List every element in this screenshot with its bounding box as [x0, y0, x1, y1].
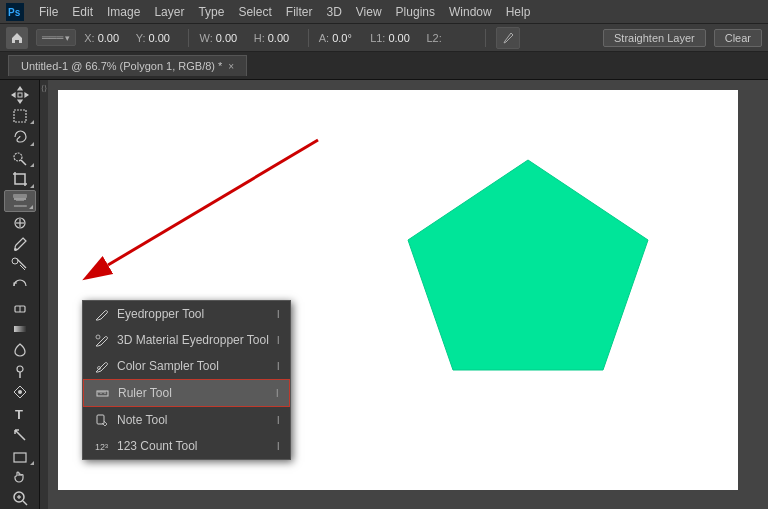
ctx-ruler-label: Ruler Tool — [118, 386, 172, 400]
clone-tool-button[interactable] — [4, 254, 36, 275]
brush-tool-button[interactable] — [4, 233, 36, 254]
svg-rect-37 — [97, 415, 104, 424]
ctx-3d-eyedropper-shortcut: I — [277, 334, 280, 346]
menu-filter[interactable]: Filter — [279, 5, 320, 19]
dodge-tool-button[interactable] — [4, 361, 36, 382]
ctx-eyedropper-label: Eyedropper Tool — [117, 307, 204, 321]
separator-2 — [308, 29, 309, 47]
svg-text:T: T — [15, 407, 23, 422]
document-tab[interactable]: Untitled-1 @ 66.7% (Polygon 1, RGB/8) * … — [8, 55, 247, 76]
eyedropper-icon — [93, 306, 109, 322]
l1-label: L1: — [370, 32, 385, 44]
ctx-3d-eyedropper-tool[interactable]: 3D Material Eyedropper Tool I — [83, 327, 290, 353]
menu-view[interactable]: View — [349, 5, 389, 19]
ctx-count-shortcut: I — [277, 440, 280, 452]
pentagon-shape — [398, 150, 658, 393]
shape-tool-button[interactable] — [4, 445, 36, 466]
quick-select-tool-button[interactable] — [4, 148, 36, 169]
a-field: A: 0.0° — [319, 32, 362, 44]
svg-point-14 — [12, 258, 18, 264]
home-button[interactable] — [6, 27, 28, 49]
menu-select[interactable]: Select — [231, 5, 278, 19]
svg-rect-8 — [16, 200, 24, 201]
history-brush-button[interactable] — [4, 276, 36, 297]
ctx-eyedropper-tool[interactable]: Eyedropper Tool I — [83, 301, 290, 327]
type-tool-button[interactable]: T — [4, 403, 36, 424]
l1-field: L1: 0.00 — [370, 32, 418, 44]
tab-close-button[interactable]: × — [228, 61, 234, 72]
zoom-tool-button[interactable] — [4, 488, 36, 509]
ctx-eyedropper-shortcut: I — [277, 308, 280, 320]
h-field: H: 0.00 — [254, 32, 298, 44]
menu-3d[interactable]: 3D — [319, 5, 348, 19]
svg-line-28 — [108, 140, 318, 265]
crop-tool-button[interactable] — [4, 169, 36, 190]
ctx-color-sampler-shortcut: I — [277, 360, 280, 372]
y-label: Y: — [136, 32, 146, 44]
svg-point-20 — [18, 390, 22, 394]
tab-bar: Untitled-1 @ 66.7% (Polygon 1, RGB/8) * … — [0, 52, 768, 80]
eraser-tool-button[interactable] — [4, 297, 36, 318]
svg-rect-6 — [13, 194, 27, 198]
heal-tool-button[interactable] — [4, 212, 36, 233]
l2-label: L2: — [426, 32, 441, 44]
clear-button[interactable]: Clear — [714, 29, 762, 47]
path-select-button[interactable] — [4, 424, 36, 445]
menu-bar: Ps File Edit Image Layer Type Select Fil… — [0, 0, 768, 24]
x-value: 0.00 — [98, 32, 128, 44]
ctx-count-label: 123 Count Tool — [117, 439, 198, 453]
svg-line-24 — [23, 501, 27, 505]
straighten-layer-button[interactable]: Straighten Layer — [603, 29, 706, 47]
move-tool-button[interactable] — [4, 84, 36, 105]
ruler-icon — [94, 385, 110, 401]
svg-point-13 — [14, 248, 17, 251]
svg-line-5 — [21, 160, 26, 165]
collapse-handle[interactable]: ⟨⟩ — [40, 80, 48, 509]
menu-window[interactable]: Window — [442, 5, 499, 19]
svg-text:Ps: Ps — [8, 7, 21, 18]
x-field: X: 0.00 — [84, 32, 127, 44]
marquee-tool-button[interactable] — [4, 105, 36, 126]
svg-marker-29 — [408, 160, 648, 370]
ctx-note-tool[interactable]: Note Tool I — [83, 407, 290, 433]
canvas-area: ⟨⟩ — [40, 80, 768, 509]
menu-image[interactable]: Image — [100, 5, 147, 19]
svg-text:12³: 12³ — [95, 442, 108, 452]
ctx-count-tool[interactable]: 12³ 123 Count Tool I — [83, 433, 290, 459]
ctx-note-shortcut: I — [277, 414, 280, 426]
y-field: Y: 0.00 — [136, 32, 179, 44]
l2-field: L2: — [426, 32, 474, 44]
menu-edit[interactable]: Edit — [65, 5, 100, 19]
count-icon: 12³ — [93, 438, 109, 454]
svg-rect-22 — [14, 453, 26, 462]
gradient-tool-button[interactable] — [4, 318, 36, 339]
lasso-tool-button[interactable] — [4, 126, 36, 147]
3d-eyedropper-icon — [93, 332, 109, 348]
separator-3 — [485, 29, 486, 47]
separator-1 — [188, 29, 189, 47]
menu-help[interactable]: Help — [499, 5, 538, 19]
ctx-ruler-tool[interactable]: Ruler Tool I — [83, 379, 290, 407]
w-value: 0.00 — [216, 32, 246, 44]
eyedropper-tool-button[interactable]: ═══ — [4, 190, 36, 212]
w-label: W: — [199, 32, 212, 44]
options-bar: ═══ ▾ X: 0.00 Y: 0.00 W: 0.00 H: 0.00 A:… — [0, 24, 768, 52]
svg-rect-17 — [14, 326, 26, 332]
menu-file[interactable]: File — [32, 5, 65, 19]
blur-tool-button[interactable] — [4, 339, 36, 360]
ps-icon: Ps — [6, 3, 24, 21]
ruler-options-icon[interactable]: ═══ ▾ — [36, 29, 76, 46]
svg-text:═══: ═══ — [13, 203, 28, 209]
hand-tool-button[interactable] — [4, 467, 36, 488]
l1-value: 0.00 — [388, 32, 418, 44]
eyedropper-options-btn[interactable] — [496, 27, 520, 49]
ctx-color-sampler-tool[interactable]: Color Sampler Tool I — [83, 353, 290, 379]
svg-point-18 — [17, 366, 23, 372]
note-icon — [93, 412, 109, 428]
menu-plugins[interactable]: Plugins — [389, 5, 442, 19]
menu-type[interactable]: Type — [191, 5, 231, 19]
a-value: 0.0° — [332, 32, 362, 44]
a-label: A: — [319, 32, 329, 44]
pen-tool-button[interactable] — [4, 382, 36, 403]
menu-layer[interactable]: Layer — [147, 5, 191, 19]
